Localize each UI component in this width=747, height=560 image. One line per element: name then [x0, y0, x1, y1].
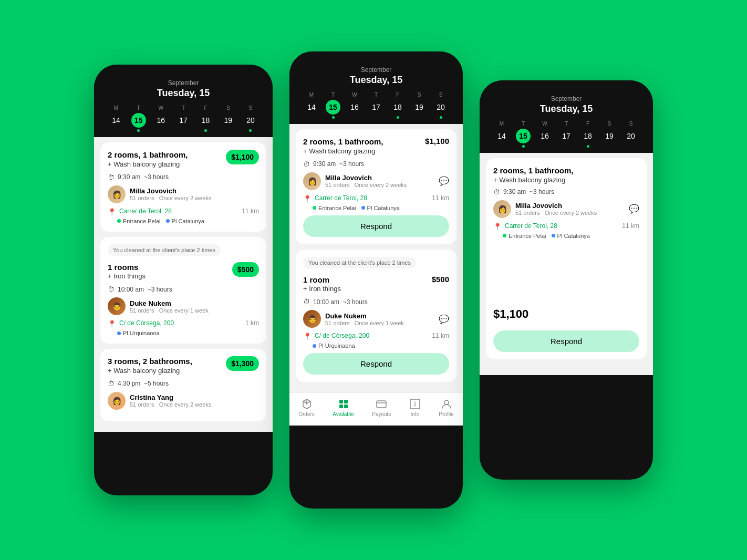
phone2-calendar-row: M 14 T 15 W 16 T 17 [300, 92, 452, 119]
person-name-milla-p2: Milla Jovovich [325, 174, 434, 182]
avatar-milla-p2: 👩 [303, 172, 321, 190]
p2-cal-day-w[interactable]: W 16 [345, 92, 364, 119]
person-meta-cristina: 51 orders Once every 2 weeks [130, 401, 259, 408]
phone2-card2-location: 📍 C/ de Còrsega, 200 11 km [303, 332, 449, 340]
cal-day-t15[interactable]: T 15 [129, 105, 148, 132]
p3-cal-day-w[interactable]: W 16 [535, 121, 554, 148]
phone1-card2-location: 📍 C/ de Còrsega, 200 1 km [108, 319, 259, 328]
p2-cal-day-t15[interactable]: T 15 [324, 92, 343, 119]
location-link-p2-2[interactable]: C/ de Còrsega, 200 [315, 332, 429, 339]
location-dist-p2-2: 11 km [432, 332, 449, 339]
chat-icon-p3[interactable]: 💬 [629, 204, 639, 214]
person-name-duke: Duke Nukem [130, 299, 259, 307]
nav-available[interactable]: Available [333, 398, 354, 417]
phone1-content: 2 rooms, 1 bathroom, + Wash balcony glaz… [94, 137, 273, 432]
pin-icon-p3: 📍 [493, 223, 502, 231]
phone1-card3-time: ⏱ 4:30 pm ~5 hours [108, 380, 259, 388]
bottom-nav: Orders Available Payouts [289, 392, 463, 426]
phone1-card1-header: 2 rooms, 1 bathroom, + Wash balcony glaz… [108, 150, 259, 170]
nav-profile[interactable]: Profile [439, 398, 453, 417]
avatar-duke: 👨 [108, 297, 126, 315]
location-link-p3[interactable]: Carrer de Terol, 28 [505, 222, 619, 230]
nav-orders[interactable]: Orders [298, 398, 315, 417]
p3-cal-day-s19[interactable]: S 19 [600, 121, 619, 148]
location-link[interactable]: Carrer de Terol, 28 [119, 208, 238, 215]
repeat-note-p2: You cleaned at the client's place 2 time… [303, 257, 416, 268]
phone-3: September Tuesday, 15 M 14 T 15 W 16 [480, 80, 653, 480]
p2-cal-day-s20[interactable]: S 20 [431, 92, 450, 119]
repeat-note: You cleaned at the client's place 2 time… [108, 244, 221, 256]
phone1-card2-subtitle: + Iron things [108, 272, 146, 280]
phone2-month: September [300, 66, 452, 74]
nav-payouts[interactable]: Payouts [372, 398, 391, 417]
phone1-card2-person: 👨 Duke Nukem 51 orders Once every 1 week [108, 297, 259, 315]
dot-green-p3 [503, 234, 506, 237]
phone3-spacer [493, 239, 639, 302]
location-dist-p2-1: 11 km [432, 194, 449, 202]
p2-cal-day-s19[interactable]: S 19 [410, 92, 429, 119]
phone2-day-title: Tuesday, 15 [300, 75, 452, 86]
avatar-cristina: 👩 [108, 392, 126, 410]
cal-day-m[interactable]: M 14 [107, 105, 126, 132]
phone2-card1-person: 👩 Milla Jovovich 51 orders Once every 2 … [303, 172, 449, 190]
info-icon [409, 398, 421, 410]
person-name-milla-p3: Milla Jovovich [515, 202, 625, 210]
phones-container: September Tuesday, 15 M 14 T 15 W 16 [94, 30, 653, 530]
p2-cal-day-f[interactable]: F 18 [388, 92, 407, 119]
person-name: Milla Jovovich [130, 187, 259, 195]
chat-icon-1[interactable]: 💬 [439, 176, 449, 186]
dot-blue-p2-2 [313, 344, 316, 348]
svg-rect-3 [344, 405, 348, 408]
person-meta-milla-p2: 51 orders Once every 2 weeks [325, 182, 434, 188]
p3-cal-day-t17[interactable]: T 17 [557, 121, 576, 148]
phone2-card-1: 2 rooms, 1 bathroom, + Wash balcony glaz… [296, 129, 456, 244]
p3-cal-day-s20[interactable]: S 20 [621, 121, 640, 148]
phone3-card-location: 📍 Carrer de Terol, 28 11 km [493, 222, 639, 231]
person-name-duke-p2: Duke Nukem [325, 312, 434, 320]
respond-button-1[interactable]: Respond [303, 215, 449, 237]
dot-green [117, 219, 121, 223]
phone2-card2-header: 1 room + Iron things $500 [303, 275, 449, 295]
cal-day-s20[interactable]: S 20 [241, 105, 260, 132]
phone1-card3-title: 3 rooms, 2 bathrooms, [108, 356, 192, 367]
phone3-card-subtitle: + Wash balcony glazing [493, 176, 639, 184]
clock-icon-p3: ⏱ [493, 188, 500, 196]
phone-2: September Tuesday, 15 M 14 T 15 W 16 [289, 51, 463, 509]
p3-cal-day-t15[interactable]: T 15 [514, 121, 533, 148]
location-link-2[interactable]: C/ de Còrsega, 200 [119, 319, 242, 327]
person-meta: 51 orders Once every 2 weeks [130, 195, 259, 201]
phone2-card1-header: 2 rooms, 1 bathroom, + Wash balcony glaz… [303, 137, 449, 157]
phone3-card-price: $1,100 [493, 307, 639, 321]
respond-button-2[interactable]: Respond [303, 353, 449, 375]
nav-info[interactable]: Info [409, 398, 421, 417]
location-link-p2-1[interactable]: Carrer de Terol, 28 [315, 194, 429, 202]
person-name-cristina: Cristina Yang [130, 393, 259, 401]
phone1-card-1: 2 rooms, 1 bathroom, + Wash balcony glaz… [100, 142, 266, 232]
cal-day-w[interactable]: W 16 [151, 105, 170, 132]
cal-day-t17[interactable]: T 17 [174, 105, 193, 132]
phone2-content: 2 rooms, 1 bathroom, + Wash balcony glaz… [289, 124, 463, 392]
person-meta-milla-p3: 51 orders Once every 2 weeks [515, 210, 625, 216]
clock-icon-p2-1: ⏱ [303, 160, 310, 168]
phone2-card1-subtitle: + Wash balcony glazing [303, 147, 383, 155]
cal-day-f[interactable]: F 18 [196, 105, 215, 132]
cal-day-s19[interactable]: S 19 [219, 105, 237, 132]
dot-green-p2 [313, 206, 316, 210]
nav-orders-label: Orders [298, 411, 315, 417]
chat-icon-2[interactable]: 💬 [439, 314, 449, 324]
pin-icon: 📍 [108, 208, 116, 216]
phone3-calendar-header: September Tuesday, 15 M 14 T 15 W 16 [480, 80, 653, 153]
p2-cal-day-t17[interactable]: T 17 [367, 92, 386, 119]
phone3-card-stops: Entrance Pelai Pl Catalunya [503, 233, 639, 239]
phone3-day-title: Tuesday, 15 [490, 103, 642, 115]
p3-cal-day-m[interactable]: M 14 [492, 121, 511, 148]
clock-icon-3: ⏱ [108, 380, 115, 388]
phone1-card1-subtitle: + Wash balcony glazing [108, 160, 188, 168]
p3-cal-day-f[interactable]: F 18 [578, 121, 597, 148]
p2-cal-day-m[interactable]: M 14 [302, 92, 321, 119]
person-meta-duke: 51 orders Once every 1 week [130, 307, 259, 314]
phone3-content: 2 rooms, 1 bathroom, + Wash balcony glaz… [480, 153, 653, 375]
phone1-card1-stops: Entrance Pelai Pl Catalunya [117, 218, 259, 224]
phone-1: September Tuesday, 15 M 14 T 15 W 16 [94, 65, 273, 495]
respond-button-p3[interactable]: Respond [493, 330, 639, 352]
